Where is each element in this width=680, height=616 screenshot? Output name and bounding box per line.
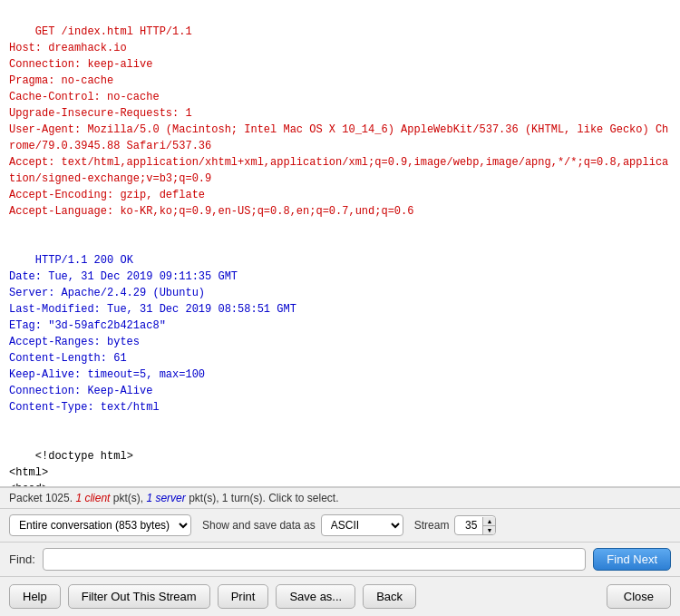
stream-down-button[interactable]: ▼ (483, 526, 495, 534)
save-as-button[interactable]: Save as... (276, 584, 355, 609)
print-button[interactable]: Print (218, 584, 269, 609)
stream-arrows-container: ▲ ▼ (482, 517, 495, 534)
find-row: Find: Find Next (0, 543, 680, 577)
http-content: GET /index.html HTTP/1.1 Host: dreamhack… (9, 7, 671, 487)
status-bar: Packet 1025. 1 client pkt(s), 1 server p… (0, 487, 680, 509)
server-link[interactable]: 1 server (146, 492, 185, 504)
status-text-mid: pkt(s), (110, 492, 146, 504)
stream-spinner: 35 ▲ ▼ (454, 515, 496, 535)
stream-value: 35 (455, 516, 482, 534)
find-label: Find: (9, 552, 35, 566)
status-text-before: Packet 1025. (9, 492, 75, 504)
filter-button[interactable]: Filter Out This Stream (68, 584, 210, 609)
status-text-after: pkt(s), 1 turn(s). Click to select. (186, 492, 339, 504)
bottom-row: Help Filter Out This Stream Print Save a… (0, 577, 680, 616)
response-block: HTTP/1.1 200 OK Date: Tue, 31 Dec 2019 0… (9, 254, 296, 414)
conversation-select[interactable]: Entire conversation (853 bytes) (9, 514, 191, 536)
stream-up-button[interactable]: ▲ (483, 517, 495, 526)
request-block: GET /index.html HTTP/1.1 Host: dreamhack… (9, 25, 668, 218)
client-link[interactable]: 1 client (75, 492, 110, 504)
help-button[interactable]: Help (9, 584, 61, 609)
show-save-label: Show and save data as (202, 519, 316, 532)
ascii-select[interactable]: ASCII EBCDIC Hex Dump C Arrays Raw (321, 514, 403, 536)
close-button[interactable]: Close (607, 584, 671, 609)
body-block: <!doctype html> <html> <head> </head> <b… (9, 450, 133, 487)
controls-row: Entire conversation (853 bytes) Show and… (0, 509, 680, 543)
find-next-button[interactable]: Find Next (593, 548, 671, 571)
stream-label: Stream (414, 519, 450, 532)
back-button[interactable]: Back (363, 584, 416, 609)
find-input[interactable] (43, 548, 586, 571)
content-area: GET /index.html HTTP/1.1 Host: dreamhack… (0, 0, 680, 487)
